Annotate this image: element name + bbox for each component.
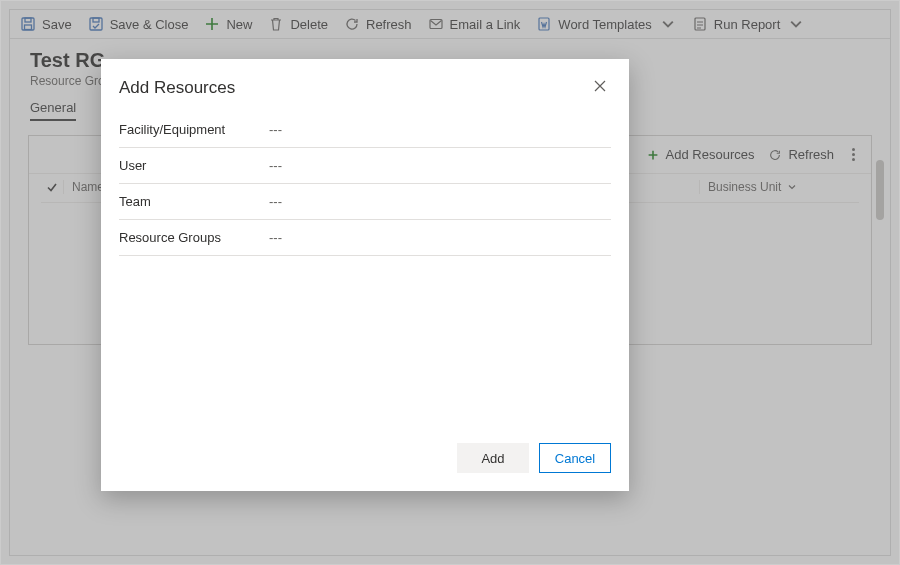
add-button[interactable]: Add bbox=[457, 443, 529, 473]
field-label: User bbox=[119, 158, 269, 173]
field-value: --- bbox=[269, 122, 282, 137]
field-facility-equipment[interactable]: Facility/Equipment --- bbox=[119, 112, 611, 148]
field-value: --- bbox=[269, 230, 282, 245]
field-label: Team bbox=[119, 194, 269, 209]
field-resource-groups[interactable]: Resource Groups --- bbox=[119, 220, 611, 256]
close-icon bbox=[593, 79, 607, 93]
add-resources-dialog: Add Resources Facility/Equipment --- Use… bbox=[101, 59, 629, 491]
dialog-header: Add Resources bbox=[101, 59, 629, 108]
window-frame: Save Save & Close New Delete Refresh Ema… bbox=[0, 0, 900, 565]
cancel-button[interactable]: Cancel bbox=[539, 443, 611, 473]
field-team[interactable]: Team --- bbox=[119, 184, 611, 220]
dialog-close-button[interactable] bbox=[589, 75, 611, 100]
field-value: --- bbox=[269, 158, 282, 173]
field-label: Resource Groups bbox=[119, 230, 269, 245]
dialog-title: Add Resources bbox=[119, 78, 235, 98]
field-value: --- bbox=[269, 194, 282, 209]
field-user[interactable]: User --- bbox=[119, 148, 611, 184]
dialog-footer: Add Cancel bbox=[101, 431, 629, 491]
dialog-body: Facility/Equipment --- User --- Team ---… bbox=[101, 108, 629, 431]
field-label: Facility/Equipment bbox=[119, 122, 269, 137]
